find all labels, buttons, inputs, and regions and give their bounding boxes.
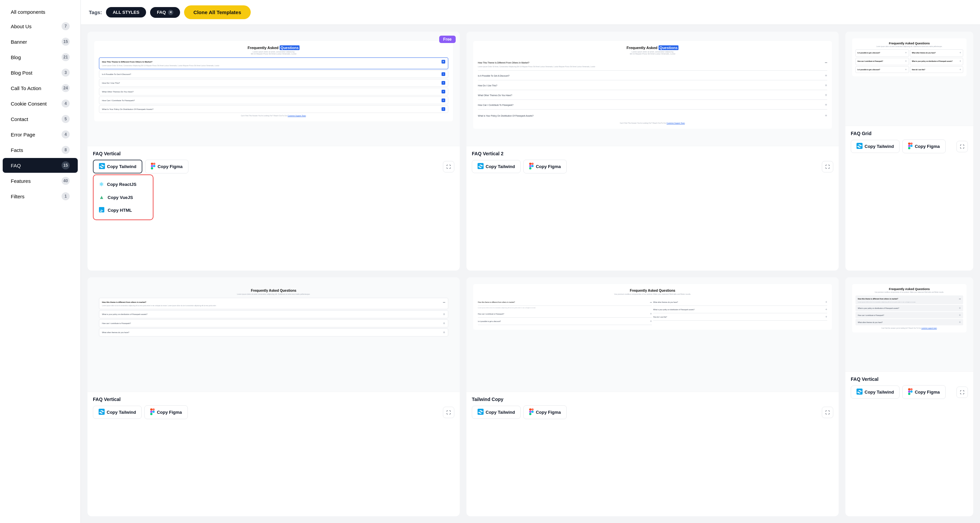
tailwind-icon — [477, 409, 484, 416]
copy-tailwind-button-faq-vertical-2[interactable]: Copy Tailwind — [472, 160, 520, 173]
sidebar-item-banner[interactable]: Banner 15 — [3, 34, 78, 49]
svg-rect-20 — [150, 408, 153, 411]
copy-figma-button-faq-bottom-2[interactable]: Copy Figma — [523, 405, 566, 419]
card-footer-faq-bottom-2: Tailwind Copy Copy Tailwind — [466, 391, 838, 424]
card-footer-faq-bottom-right: FAQ Vertical Copy Tailwind — [845, 371, 973, 404]
tag-faq-button[interactable]: FAQ ✕ — [150, 7, 180, 18]
free-badge: Free — [439, 36, 456, 43]
figma-icon — [908, 388, 913, 396]
tag-all-styles-button[interactable]: ALL STYLES — [106, 7, 146, 17]
card-faq-vertical: Free Frequently Asked Questions Lorem ip… — [88, 32, 460, 271]
dropdown-item-vuejs[interactable]: ▲ Copy VueJS — [94, 191, 153, 204]
expand-button-faq-vertical[interactable] — [443, 161, 454, 173]
sidebar-item-call-to-action[interactable]: Call To Action 24 — [3, 81, 78, 95]
tailwind-icon — [856, 143, 862, 150]
svg-rect-30 — [529, 413, 531, 415]
svg-rect-7 — [477, 163, 484, 169]
expand-button-faq-grid[interactable] — [956, 141, 968, 152]
sidebar-item-about-us[interactable]: About Us 7 — [3, 19, 78, 33]
svg-rect-35 — [910, 391, 913, 393]
btn-row-faq-bottom-1: Copy Tailwind Copy Figma — [93, 405, 454, 419]
svg-rect-14 — [908, 143, 910, 145]
svg-rect-34 — [908, 391, 910, 393]
svg-rect-26 — [529, 408, 531, 411]
card-footer-faq-bottom-1: FAQ Vertical Copy Tailwind — [88, 391, 460, 424]
sidebar-item-contact[interactable]: Contact 5 — [3, 112, 78, 127]
svg-rect-11 — [531, 165, 534, 167]
copy-tailwind-button-faq-bottom-2[interactable]: Copy Tailwind — [472, 406, 520, 419]
copy-tailwind-button-faq-bottom-right[interactable]: Copy Tailwind — [851, 385, 900, 399]
svg-rect-18 — [908, 147, 910, 149]
tag-faq-close-icon[interactable]: ✕ — [168, 10, 173, 15]
card-faq-bottom-right: Frequently Asked Questions Use premium m… — [845, 277, 973, 516]
sidebar-item-blog[interactable]: Blog 21 — [3, 50, 78, 65]
card-faq-bottom-2: Frequently Asked Questions Use premium m… — [466, 277, 838, 516]
card-footer-faq-vertical: FAQ Vertical Copy Tailwind — [88, 146, 460, 178]
copy-tailwind-button-faq-bottom-1[interactable]: Copy Tailwind — [93, 406, 142, 419]
svg-rect-22 — [150, 411, 153, 413]
copy-figma-button-faq-grid[interactable]: Copy Figma — [902, 139, 945, 153]
sidebar-item-all-components[interactable]: All components — [3, 6, 78, 18]
svg-rect-36 — [908, 393, 910, 395]
svg-rect-3 — [151, 165, 153, 167]
svg-rect-4 — [153, 165, 156, 167]
svg-rect-33 — [910, 388, 913, 391]
svg-rect-25 — [477, 409, 484, 415]
svg-rect-8 — [529, 163, 531, 165]
sidebar-item-error-page[interactable]: Error Page 4 — [3, 127, 78, 142]
card-title-faq-bottom-1: FAQ Vertical — [93, 396, 454, 402]
figma-icon — [908, 143, 913, 150]
copy-tailwind-button-faq-grid[interactable]: Copy Tailwind — [851, 140, 900, 153]
card-faq-bottom-1: Frequently Asked Questions Lorem ipsum d… — [88, 277, 460, 516]
main-content: Tags: ALL STYLES FAQ ✕ Clone All Templat… — [81, 0, 980, 523]
svg-rect-5 — [151, 167, 153, 170]
card-faq-vertical-2: Frequently Asked Questions Lorem ipsum d… — [466, 32, 838, 271]
copy-figma-button-faq-vertical-2[interactable]: Copy Figma — [523, 160, 566, 173]
card-footer-faq-vertical-2: FAQ Vertical 2 Copy Tailwind — [466, 146, 838, 178]
figma-icon — [151, 163, 156, 170]
svg-rect-27 — [531, 408, 534, 411]
tailwind-icon — [99, 409, 105, 416]
card-title-faq-grid: FAQ Grid — [851, 131, 968, 136]
svg-rect-6 — [99, 207, 104, 212]
card-preview-faq-grid: Frequently Asked Questions Lorem ipsum d… — [845, 32, 973, 126]
topbar: Tags: ALL STYLES FAQ ✕ Clone All Templat… — [81, 0, 980, 25]
card-title-faq-bottom-right: FAQ Vertical — [851, 376, 968, 382]
copy-figma-button-faq-bottom-1[interactable]: Copy Figma — [145, 405, 188, 419]
clone-all-templates-button[interactable]: Clone All Templates — [184, 5, 251, 19]
card-footer-faq-grid: FAQ Grid Copy Tailwind — [845, 126, 973, 158]
copy-tailwind-button-faq-vertical[interactable]: Copy Tailwind — [93, 160, 142, 173]
figma-icon — [150, 408, 155, 416]
copy-figma-button-faq-vertical[interactable]: Copy Figma — [145, 160, 188, 173]
dropdown-item-reactjs[interactable]: ⚛ Copy ReactJS — [94, 178, 153, 191]
svg-rect-16 — [908, 145, 910, 147]
expand-button-faq-vertical-2[interactable] — [822, 161, 833, 173]
tailwind-icon — [99, 163, 105, 170]
svg-rect-2 — [153, 163, 156, 165]
expand-button-faq-bottom-2[interactable] — [822, 407, 833, 418]
expand-button-faq-bottom-right[interactable] — [956, 387, 968, 398]
html-icon — [99, 207, 104, 214]
dropdown-item-html[interactable]: Copy HTML — [94, 204, 153, 217]
content-grid: Free Frequently Asked Questions Lorem ip… — [81, 25, 980, 523]
btn-row-faq-vertical: Copy Tailwind Copy Figma — [93, 160, 454, 173]
sidebar-item-filters[interactable]: Filters 1 — [3, 189, 78, 204]
svg-rect-19 — [99, 409, 105, 415]
sidebar-item-cookie-consent[interactable]: Cookie Consent 4 — [3, 96, 78, 111]
sidebar-item-blog-post[interactable]: Blog Post 3 — [3, 65, 78, 80]
svg-rect-21 — [153, 408, 155, 411]
svg-rect-13 — [856, 143, 862, 149]
expand-button-faq-bottom-1[interactable] — [443, 407, 454, 418]
sidebar-item-faq[interactable]: FAQ 15 — [3, 158, 78, 173]
card-title-faq-vertical: FAQ Vertical — [93, 151, 454, 156]
svg-rect-28 — [529, 411, 531, 413]
copy-figma-button-faq-bottom-right[interactable]: Copy Figma — [902, 385, 945, 399]
tailwind-icon — [856, 388, 862, 396]
card-preview-faq-bottom-2: Frequently Asked Questions Use premium m… — [466, 277, 838, 391]
btn-row-faq-bottom-2: Copy Tailwind Copy Figma — [472, 405, 833, 419]
svg-rect-29 — [531, 411, 534, 413]
svg-rect-9 — [531, 163, 534, 165]
svg-rect-0 — [99, 163, 105, 169]
sidebar-item-facts[interactable]: Facts 8 — [3, 143, 78, 157]
sidebar-item-features[interactable]: Features 40 — [3, 173, 78, 188]
